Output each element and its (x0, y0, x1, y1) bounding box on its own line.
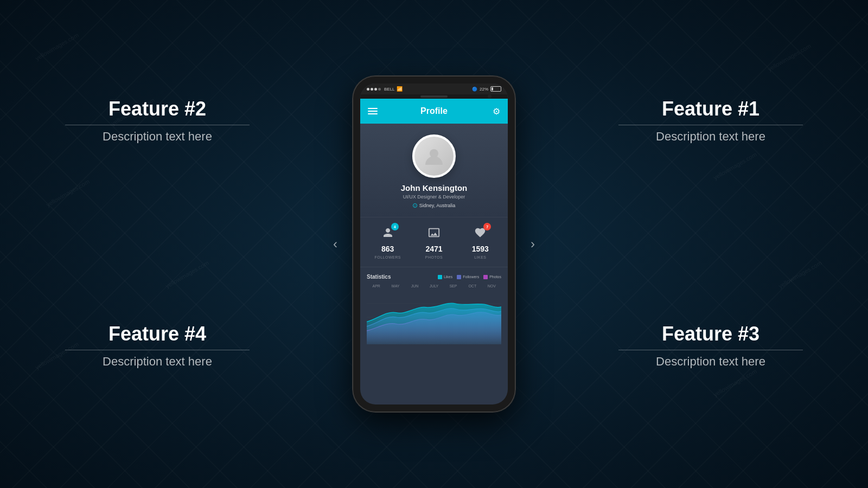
nav-arrow-left[interactable]: ‹ (326, 234, 345, 254)
feature-4-desc: Description text here (65, 355, 250, 369)
legend-photos-dot (483, 275, 488, 279)
feature-3-title: Feature #3 (618, 323, 803, 345)
phone-screen: BELL 📶 🔵 22% (360, 84, 508, 404)
month-nov: NOV (482, 284, 501, 288)
phone-outer: BELL 📶 🔵 22% (353, 76, 515, 412)
legend-photos: Photos (483, 275, 501, 279)
speaker-area (360, 94, 508, 99)
month-sep: SEP (444, 284, 463, 288)
feature-2-desc: Description text here (65, 130, 250, 144)
legend-likes: Likes (438, 275, 452, 279)
chart-legend: Likes Followers Photos (438, 275, 501, 279)
phone-device: ‹ BELL 📶 (353, 76, 515, 412)
followers-label: FOLLOWERS (374, 255, 400, 259)
feature-1-desc: Description text here (618, 130, 803, 144)
legend-followers-dot (457, 275, 461, 279)
stat-followers[interactable]: 4 863 FOLLOWERS (365, 225, 411, 259)
photos-number: 2471 (425, 245, 442, 253)
followers-number: 863 (381, 245, 394, 253)
month-jun: JUN (405, 284, 424, 288)
signal-dots (367, 88, 381, 91)
status-bar: BELL 📶 🔵 22% (360, 84, 508, 94)
chart-section: Statistics Likes Followers (360, 267, 508, 344)
likes-badge: 7 (483, 223, 491, 230)
legend-followers: Followers (457, 275, 479, 279)
followers-badge: 4 (391, 223, 399, 230)
legend-photos-label: Photos (489, 275, 501, 279)
chart-area (367, 290, 501, 344)
month-apr: APR (367, 284, 386, 288)
profile-section: John Kensington UI/UX Designer & Develop… (360, 124, 508, 217)
stats-section: 4 863 FOLLOWERS (360, 217, 508, 267)
wifi-icon: 📶 (397, 86, 403, 92)
camera (488, 94, 492, 98)
chart-svg (367, 290, 501, 344)
photos-icon-wrap (425, 225, 443, 242)
image-icon (428, 227, 440, 241)
stat-likes[interactable]: 7 1593 LIKES (457, 225, 503, 259)
battery-icon (490, 86, 501, 92)
profile-role: UI/UX Designer & Developer (403, 194, 465, 200)
profile-location: Sidney, Australia (413, 203, 455, 208)
likes-label: LIKES (474, 255, 486, 259)
nav-arrow-right[interactable]: › (523, 234, 542, 254)
page-container: yellowimages.com yellowimages.com yellow… (0, 0, 868, 488)
feature-3-divider (618, 350, 803, 350)
photos-label: PHOTOS (425, 255, 443, 259)
feature-4-title: Feature #4 (65, 323, 250, 345)
speaker (420, 95, 448, 98)
stat-photos[interactable]: 2471 PHOTOS (411, 225, 457, 259)
carrier-label: BELL (384, 87, 395, 92)
location-check-icon (413, 203, 417, 208)
feature-4-divider (65, 350, 250, 350)
feature-4-block: Feature #4 Description text here (65, 323, 250, 369)
settings-icon[interactable]: ⚙ (493, 106, 500, 117)
feature-2-title: Feature #2 (65, 98, 250, 120)
feature-2-block: Feature #2 Description text here (65, 98, 250, 144)
feature-1-block: Feature #1 Description text here (618, 98, 803, 144)
legend-followers-label: Followers (463, 275, 479, 279)
month-july: JULY (424, 284, 443, 288)
legend-likes-dot (438, 275, 442, 279)
chart-months: APR MAY JUN JULY SEP OCT NOV (367, 284, 501, 288)
status-right: 🔵 22% (472, 86, 501, 92)
feature-2-divider (65, 125, 250, 125)
feature-1-title: Feature #1 (618, 98, 803, 120)
likes-number: 1593 (472, 245, 489, 253)
chart-header: Statistics Likes Followers (367, 274, 501, 280)
month-may: MAY (386, 284, 405, 288)
status-left: BELL 📶 (367, 86, 403, 92)
feature-1-divider (618, 125, 803, 125)
bluetooth-icon: 🔵 (472, 87, 477, 92)
chart-title: Statistics (367, 274, 391, 280)
feature-3-desc: Description text here (618, 355, 803, 369)
likes-icon-wrap: 7 (471, 225, 489, 242)
app-bar: Profile ⚙ (360, 99, 508, 124)
feature-3-block: Feature #3 Description text here (618, 323, 803, 369)
legend-likes-label: Likes (444, 275, 452, 279)
app-bar-title: Profile (420, 106, 448, 116)
profile-name: John Kensington (401, 183, 468, 192)
battery-label: 22% (480, 87, 488, 92)
followers-icon-wrap: 4 (379, 225, 397, 242)
avatar (412, 134, 456, 178)
hamburger-button[interactable] (368, 108, 378, 114)
month-oct: OCT (463, 284, 482, 288)
avatar-placeholder (414, 137, 454, 176)
